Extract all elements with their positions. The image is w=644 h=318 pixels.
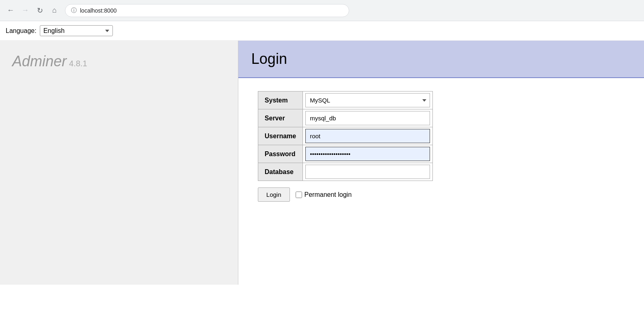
language-bar: Language: English Deutsch Français Españ… xyxy=(0,21,644,41)
adminer-logo: Adminer xyxy=(12,53,67,70)
url-display: localhost:8000 xyxy=(80,7,117,14)
permanent-login-checkbox[interactable] xyxy=(296,192,302,198)
login-button[interactable]: Login xyxy=(258,187,290,202)
system-label: System xyxy=(258,91,303,109)
system-input-cell: MySQL PostgreSQL SQLite MS SQL Oracle Mo… xyxy=(303,91,433,109)
form-actions: Login Permanent login xyxy=(258,187,625,202)
server-label: Server xyxy=(258,109,303,127)
database-row: Database xyxy=(258,163,432,181)
sidebar: Adminer4.8.1 xyxy=(0,41,238,285)
permanent-login-label[interactable]: Permanent login xyxy=(296,191,352,198)
password-row: Password xyxy=(258,145,432,163)
home-button[interactable]: ⌂ xyxy=(49,5,60,16)
back-button[interactable]: ← xyxy=(5,5,16,16)
main-layout: Adminer4.8.1 Login System MySQL xyxy=(0,41,644,285)
username-row: Username xyxy=(258,127,432,145)
forward-button[interactable]: → xyxy=(19,5,31,16)
password-input[interactable] xyxy=(305,147,430,161)
server-input[interactable] xyxy=(305,111,430,125)
system-row: System MySQL PostgreSQL SQLite MS SQL Or… xyxy=(258,91,432,109)
info-icon: ⓘ xyxy=(71,7,77,14)
reload-button[interactable]: ↻ xyxy=(34,5,45,16)
database-label: Database xyxy=(258,163,303,181)
page-content: Language: English Deutsch Français Españ… xyxy=(0,21,644,285)
login-title: Login xyxy=(251,50,631,68)
permanent-login-text: Permanent login xyxy=(305,191,352,198)
language-label: Language: xyxy=(6,27,37,35)
address-bar[interactable]: ⓘ localhost:8000 xyxy=(65,4,349,17)
server-row: Server xyxy=(258,109,432,127)
database-input-cell xyxy=(303,163,433,181)
content-area: Login System MySQL PostgreSQL SQLite xyxy=(238,41,644,285)
username-label: Username xyxy=(258,127,303,145)
username-input-cell xyxy=(303,127,433,145)
nav-buttons: ← → ↻ ⌂ xyxy=(5,5,60,16)
adminer-branding: Adminer4.8.1 xyxy=(12,53,226,70)
browser-chrome: ← → ↻ ⌂ ⓘ localhost:8000 xyxy=(0,0,644,21)
login-header: Login xyxy=(238,41,644,78)
password-input-cell xyxy=(303,145,433,163)
login-form-container: System MySQL PostgreSQL SQLite MS SQL Or… xyxy=(238,78,644,215)
login-form-table: System MySQL PostgreSQL SQLite MS SQL Or… xyxy=(258,91,433,181)
password-label: Password xyxy=(258,145,303,163)
username-input[interactable] xyxy=(305,129,430,143)
language-select[interactable]: English Deutsch Français Español 中文 xyxy=(40,25,113,36)
database-input[interactable] xyxy=(305,165,430,179)
server-input-cell xyxy=(303,109,433,127)
adminer-version: 4.8.1 xyxy=(69,59,87,68)
system-select[interactable]: MySQL PostgreSQL SQLite MS SQL Oracle Mo… xyxy=(305,93,430,107)
